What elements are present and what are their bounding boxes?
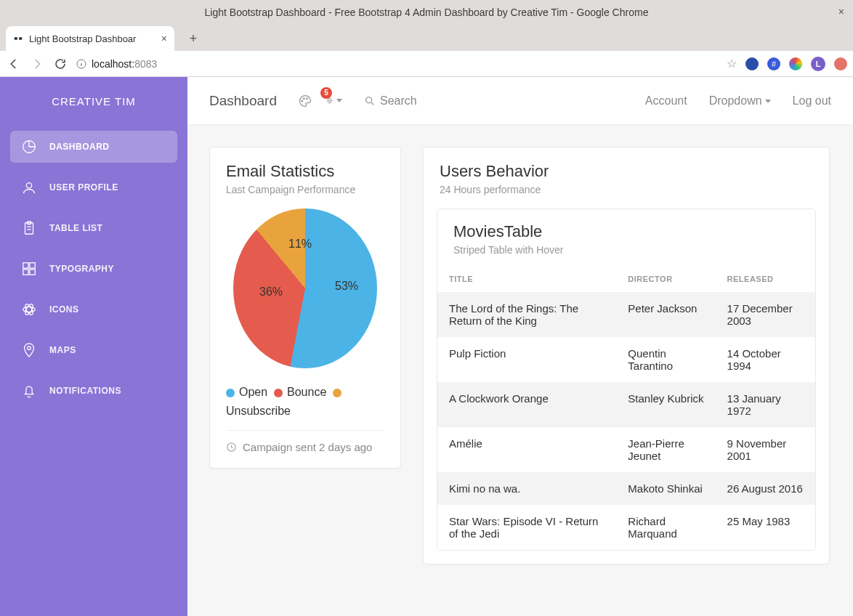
svg-point-19 <box>302 100 303 102</box>
sidebar-item-label: NOTIFICATIONS <box>49 386 121 396</box>
account-link[interactable]: Account <box>645 94 687 108</box>
pie-legend: Open Bounce Unsubscribe <box>226 368 384 430</box>
cell-title: Pulp Fiction <box>437 337 616 382</box>
sidebar: CREATIVE TIM DASHBOARD USER PROFILE TABL… <box>0 77 187 616</box>
table-row[interactable]: A Clockwork OrangeStanley Kubrick13 Janu… <box>437 382 815 427</box>
palette-icon[interactable] <box>297 93 313 109</box>
sidebar-nav: DASHBOARD USER PROFILE TABLE LIST TYPOGR… <box>0 125 187 413</box>
cell-director: Richard Marquand <box>616 505 715 550</box>
card-footer: Campaign sent 2 days ago <box>226 430 384 453</box>
typography-icon <box>20 260 38 277</box>
extension-icon-1[interactable] <box>745 57 759 70</box>
cell-title: Amélie <box>437 427 616 472</box>
table-subtitle: Striped Table with Hover <box>453 244 799 256</box>
card-subtitle: Last Campaign Performance <box>226 184 384 195</box>
toolbar-right: ☆ # L <box>727 57 847 71</box>
bell-icon <box>20 382 38 400</box>
col-released: RELEASED <box>716 266 815 292</box>
cell-title: A Clockwork Orange <box>437 382 616 427</box>
svg-point-23 <box>366 97 372 102</box>
col-director: DIRECTOR <box>616 266 715 292</box>
search-input[interactable]: Search <box>364 94 417 108</box>
sidebar-item-label: USER PROFILE <box>49 182 118 192</box>
pie-label-bounce: 36% <box>259 285 283 299</box>
forward-button[interactable] <box>29 56 45 72</box>
svg-point-20 <box>303 97 304 99</box>
cell-released: 14 October 1994 <box>716 337 815 382</box>
card-subtitle: 24 Hours performance <box>440 184 813 195</box>
brand-title[interactable]: CREATIVE TIM <box>0 77 187 125</box>
window-close-button[interactable]: × <box>838 6 844 17</box>
col-title: TITLE <box>437 266 616 292</box>
table-title: MoviesTable <box>453 222 799 241</box>
tab-strip: Light Bootstrap Dashboar × + <box>0 25 853 51</box>
cell-director: Stanley Kubrick <box>616 382 715 427</box>
sidebar-item-label: TABLE LIST <box>49 223 102 233</box>
users-behavior-card: Users Behavior 24 Hours performance Movi… <box>423 147 830 564</box>
user-icon <box>20 179 38 196</box>
globe-icon[interactable]: 5 <box>326 93 342 109</box>
extension-icon-3[interactable] <box>789 57 802 70</box>
table-row[interactable]: AmélieJean-Pierre Jeunet9 November 2001 <box>437 427 815 472</box>
tab-close-button[interactable]: × <box>157 33 167 44</box>
legend-dot-unsubscribe <box>333 389 341 397</box>
sidebar-item-table-list[interactable]: TABLE LIST <box>10 212 177 244</box>
chevron-down-icon <box>336 99 342 102</box>
sidebar-item-maps[interactable]: MAPS <box>10 334 177 366</box>
sidebar-item-dashboard[interactable]: DASHBOARD <box>10 131 177 163</box>
cell-director: Makoto Shinkai <box>616 472 715 505</box>
legend-dot-bounce <box>274 389 283 397</box>
sidebar-item-typography[interactable]: TYPOGRAPHY <box>10 253 177 285</box>
notification-badge: 5 <box>320 87 332 99</box>
svg-rect-0 <box>15 37 17 40</box>
sidebar-item-notifications[interactable]: NOTIFICATIONS <box>10 375 177 407</box>
sidebar-item-label: ICONS <box>49 304 79 315</box>
bookmark-star-icon[interactable]: ☆ <box>727 57 737 70</box>
sidebar-item-icons[interactable]: ICONS <box>10 293 177 325</box>
svg-point-6 <box>26 183 31 188</box>
pie-label-open: 53% <box>335 280 358 293</box>
table-row[interactable]: Kimi no na wa.Makoto Shinkai26 August 20… <box>437 472 815 505</box>
sidebar-item-user-profile[interactable]: USER PROFILE <box>10 171 177 203</box>
logout-link[interactable]: Log out <box>793 94 831 108</box>
cell-released: 26 August 2016 <box>716 472 815 505</box>
sidebar-item-label: TYPOGRAPHY <box>49 264 114 274</box>
url-host: localhost:8083 <box>92 58 157 70</box>
extension-icon-4[interactable] <box>834 57 847 70</box>
dropdown-menu[interactable]: Dropdown <box>709 94 771 108</box>
svg-rect-11 <box>23 263 28 268</box>
topbar: Dashboard 5 Search Account Dropdown <box>187 77 853 125</box>
atom-icon <box>20 301 38 318</box>
pin-icon <box>20 341 38 359</box>
table-row[interactable]: Star Wars: Episode VI - Return of the Je… <box>437 505 815 550</box>
chevron-down-icon <box>765 100 771 103</box>
search-placeholder: Search <box>380 94 417 108</box>
main-content: Dashboard 5 Search Account Dropdown <box>187 77 853 616</box>
pie-chart-icon <box>20 138 38 155</box>
svg-point-18 <box>28 346 31 350</box>
cell-director: Quentin Tarantino <box>616 337 715 382</box>
cell-title: Star Wars: Episode VI - Return of the Je… <box>437 505 616 550</box>
browser-tab[interactable]: Light Bootstrap Dashboar × <box>6 26 174 51</box>
card-title: Users Behavior <box>440 162 813 181</box>
extension-icon-2[interactable]: # <box>767 57 780 70</box>
pie-chart: 53% 36% 11% <box>233 208 377 368</box>
svg-rect-14 <box>30 270 35 275</box>
profile-avatar[interactable]: L <box>811 57 825 71</box>
window-title: Light Bootstrap Dashboard - Free Bootstr… <box>205 7 649 18</box>
back-button[interactable] <box>6 56 22 72</box>
cell-released: 9 November 2001 <box>716 427 815 472</box>
clock-icon <box>226 442 237 453</box>
table-row[interactable]: Pulp FictionQuentin Tarantino14 October … <box>437 337 815 382</box>
svg-point-21 <box>307 97 308 99</box>
site-info-icon <box>76 58 87 70</box>
svg-point-15 <box>23 307 36 312</box>
card-title: Email Statistics <box>226 162 384 181</box>
reload-button[interactable] <box>52 56 68 72</box>
search-icon <box>364 95 376 107</box>
new-tab-button[interactable]: + <box>183 28 203 49</box>
address-bar[interactable]: localhost:8083 <box>76 58 719 70</box>
table-row[interactable]: The Lord of the Rings: The Return of the… <box>437 292 815 337</box>
page-title: Dashboard <box>209 93 277 109</box>
svg-rect-13 <box>23 270 28 275</box>
